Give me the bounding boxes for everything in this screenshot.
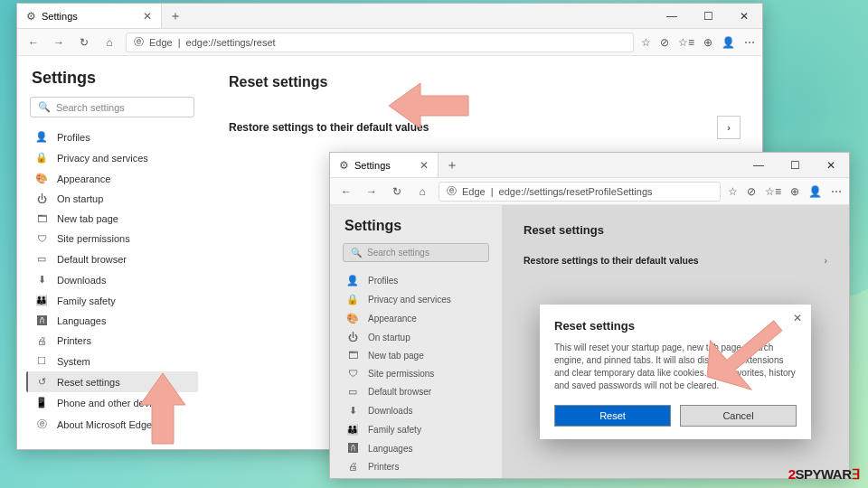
sidebar-item-appearance[interactable]: 🎨Appearance	[26, 168, 198, 189]
address-bar[interactable]: ⓔ Edge | edge://settings/reset	[126, 33, 634, 52]
sidebar-item-icon: 🖨	[346, 461, 359, 472]
sidebar-item-profiles[interactable]: 👤Profiles	[26, 127, 198, 147]
block-icon[interactable]: ⊘	[747, 185, 756, 198]
sidebar-item-printers[interactable]: 🖨Printers	[26, 331, 198, 351]
favorites-icon[interactable]: ☆≡	[678, 36, 694, 49]
sidebar-item-printers[interactable]: 🖨Printers	[339, 457, 493, 475]
forward-icon[interactable]: →	[50, 36, 68, 49]
more-icon[interactable]: ⋯	[744, 36, 755, 49]
minimize-button[interactable]: —	[654, 10, 690, 23]
sidebar-item-family-safety[interactable]: 👪Family safety	[339, 420, 493, 439]
sidebar-item-phone-and-other-devices[interactable]: 📱Phone and other devices	[26, 392, 198, 413]
sidebar-item-privacy-and-services[interactable]: 🔒Privacy and services	[339, 290, 493, 309]
search-input[interactable]: 🔍 Search settings	[343, 243, 489, 262]
collections-icon[interactable]: ⊕	[790, 185, 799, 198]
sidebar-item-site-permissions[interactable]: 🛡Site permissions	[339, 364, 493, 382]
sidebar-item-profiles[interactable]: 👤Profiles	[339, 271, 493, 290]
cancel-button[interactable]: Cancel	[680, 405, 797, 427]
close-button[interactable]: ✕	[813, 159, 849, 172]
content: Settings 🔍 Search settings 👤Profiles🔒Pri…	[330, 205, 849, 478]
profile-icon[interactable]: 👤	[722, 36, 735, 49]
home-icon[interactable]: ⌂	[100, 36, 118, 49]
edge-icon: ⓔ	[134, 35, 144, 49]
sidebar-title: Settings	[344, 218, 487, 234]
sidebar-item-reset-settings[interactable]: ↺Reset settings	[26, 371, 198, 392]
sidebar-item-appearance[interactable]: 🎨Appearance	[339, 309, 493, 328]
sidebar-item-site-permissions[interactable]: 🛡Site permissions	[26, 229, 198, 249]
sidebar-item-privacy-and-services[interactable]: 🔒Privacy and services	[26, 147, 198, 168]
tab-close-icon[interactable]: ✕	[143, 10, 152, 23]
sidebar-item-icon: 📱	[35, 397, 48, 408]
sidebar-item-languages[interactable]: 🅰Languages	[339, 439, 493, 457]
sidebar-item-icon: 🖨	[35, 335, 48, 346]
minimize-button[interactable]: —	[741, 159, 777, 172]
sidebar-item-label: Reset settings	[57, 377, 120, 388]
maximize-button[interactable]: ☐	[690, 10, 726, 23]
browser-tab[interactable]: ⚙ Settings ✕	[17, 4, 162, 28]
new-tab-button[interactable]: ＋	[162, 8, 189, 24]
sidebar-item-family-safety[interactable]: 👪Family safety	[26, 290, 198, 311]
sidebar-item-downloads[interactable]: ⬇Downloads	[339, 401, 493, 420]
sidebar-item-system[interactable]: ☐System	[339, 475, 493, 478]
url-prefix: Edge	[149, 37, 173, 48]
reset-button[interactable]: Reset	[554, 405, 671, 427]
sidebar-item-new-tab-page[interactable]: 🗔New tab page	[339, 346, 493, 364]
main-title: Reset settings	[229, 74, 741, 90]
url-separator: |	[491, 186, 494, 197]
sidebar-item-icon: ↺	[35, 376, 48, 388]
sidebar-item-label: New tab page	[57, 213, 118, 224]
refresh-icon[interactable]: ↻	[75, 36, 93, 49]
home-icon[interactable]: ⌂	[413, 185, 431, 198]
sidebar-item-languages[interactable]: 🅰Languages	[26, 311, 198, 331]
tab-title: Settings	[42, 11, 78, 22]
sidebar-item-default-browser[interactable]: ▭Default browser	[339, 382, 493, 401]
sidebar-item-label: Family safety	[57, 296, 116, 306]
sidebar-item-label: Privacy and services	[57, 153, 148, 164]
star-icon[interactable]: ☆	[641, 36, 651, 49]
sidebar-item-downloads[interactable]: ⬇Downloads	[26, 269, 198, 290]
star-icon[interactable]: ☆	[728, 185, 738, 198]
back-icon[interactable]: ←	[337, 185, 355, 198]
search-placeholder: Search settings	[56, 102, 125, 113]
search-input[interactable]: 🔍 Search settings	[30, 97, 194, 117]
sidebar-item-on-startup[interactable]: ⏻On startup	[26, 189, 198, 209]
sidebar-item-label: Downloads	[368, 406, 412, 416]
more-icon[interactable]: ⋯	[831, 185, 842, 198]
block-icon[interactable]: ⊘	[660, 36, 669, 49]
window-buttons: — ☐ ✕	[654, 10, 762, 23]
sidebar-item-on-startup[interactable]: ⏻On startup	[339, 328, 493, 346]
sidebar-item-label: On startup	[57, 193, 103, 204]
sidebar-item-new-tab-page[interactable]: 🗔New tab page	[26, 209, 198, 229]
collections-icon[interactable]: ⊕	[703, 36, 712, 49]
sidebar-item-icon: ▭	[346, 386, 359, 398]
watermark-e: Ǝ	[852, 466, 860, 482]
chevron-right-icon[interactable]: ›	[717, 116, 741, 139]
profile-icon[interactable]: 👤	[808, 185, 822, 198]
back-icon[interactable]: ←	[24, 36, 42, 49]
maximize-button[interactable]: ☐	[777, 159, 813, 172]
tab-close-icon[interactable]: ✕	[420, 159, 429, 172]
sidebar-item-label: On startup	[368, 333, 410, 343]
dialog-close-icon[interactable]: ✕	[793, 312, 802, 324]
sidebar-item-icon: 👪	[346, 424, 359, 436]
sidebar-item-icon: 👪	[35, 295, 48, 306]
close-button[interactable]: ✕	[726, 10, 762, 23]
forward-icon[interactable]: →	[363, 185, 381, 198]
sidebar-item-label: Privacy and services	[368, 295, 451, 305]
sidebar-item-icon: ⏻	[35, 193, 48, 204]
sidebar-item-system[interactable]: ☐System	[26, 351, 198, 371]
restore-defaults-row[interactable]: Restore settings to their default values…	[524, 251, 827, 269]
address-bar[interactable]: ⓔ Edge | edge://settings/resetProfileSet…	[439, 182, 721, 202]
sidebar-item-default-browser[interactable]: ▭Default browser	[26, 249, 198, 269]
restore-defaults-row[interactable]: Restore settings to their default values…	[229, 112, 741, 143]
refresh-icon[interactable]: ↻	[388, 185, 406, 198]
favorites-icon[interactable]: ☆≡	[765, 185, 781, 198]
sidebar-item-icon: ⬇	[346, 405, 359, 417]
browser-tab[interactable]: ⚙ Settings ✕	[330, 153, 439, 177]
sidebar-item-about-microsoft-edge[interactable]: ⓔAbout Microsoft Edge	[26, 413, 198, 436]
dialog-buttons: Reset Cancel	[554, 405, 797, 427]
chevron-right-icon[interactable]: ›	[825, 255, 828, 266]
new-tab-button[interactable]: ＋	[439, 157, 466, 174]
sidebar-item-label: Profiles	[368, 276, 398, 286]
url-prefix: Edge	[462, 186, 486, 197]
